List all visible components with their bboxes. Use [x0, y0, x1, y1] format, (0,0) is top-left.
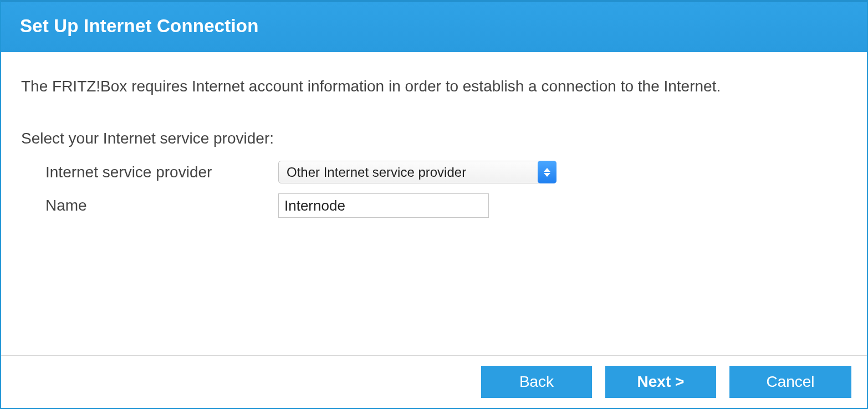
back-button[interactable]: Back: [481, 366, 592, 398]
name-label: Name: [45, 197, 278, 214]
wizard-header: Set Up Internet Connection: [1, 2, 867, 52]
name-input[interactable]: [278, 193, 489, 218]
chevron-down-icon: [544, 173, 550, 177]
wizard-title: Set Up Internet Connection: [20, 16, 259, 36]
chevron-up-icon: [544, 168, 550, 172]
isp-select[interactable]: Other Internet service provider: [278, 161, 556, 183]
next-button[interactable]: Next >: [605, 366, 716, 398]
cancel-button[interactable]: Cancel: [729, 366, 851, 398]
isp-label: Internet service provider: [45, 163, 278, 181]
wizard-window: Set Up Internet Connection The FRITZ!Box…: [0, 0, 868, 409]
isp-select-button[interactable]: [538, 161, 556, 183]
section-label: Select your Internet service provider:: [21, 130, 847, 147]
row-isp: Internet service provider Other Internet…: [45, 161, 847, 183]
intro-text: The FRITZ!Box requires Internet account …: [21, 78, 847, 95]
wizard-footer: Back Next > Cancel: [1, 355, 867, 408]
isp-select-value: Other Internet service provider: [287, 165, 466, 180]
wizard-content: The FRITZ!Box requires Internet account …: [1, 52, 867, 355]
row-name: Name: [45, 193, 847, 218]
